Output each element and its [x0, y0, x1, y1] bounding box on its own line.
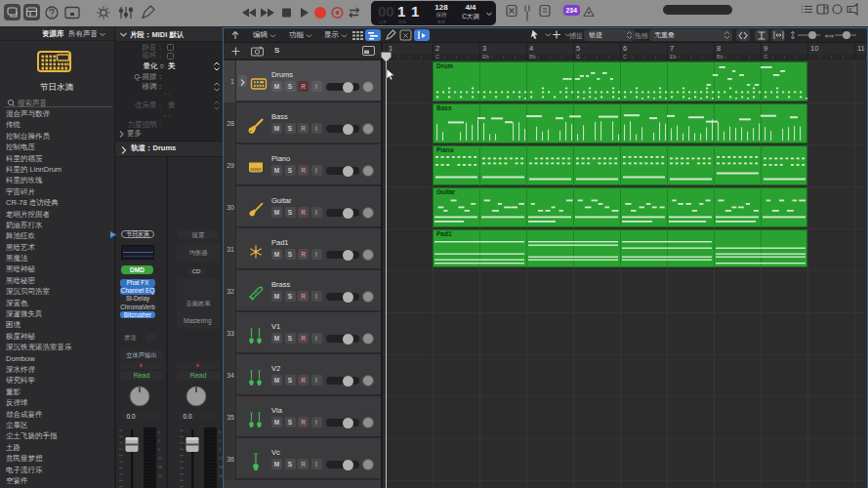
svg-text:24: 24 — [158, 474, 162, 478]
svg-text:6: 6 — [158, 448, 160, 452]
svg-text:18: 18 — [158, 466, 162, 469]
svg-text:0: 0 — [219, 439, 221, 443]
svg-text:6: 6 — [219, 448, 221, 452]
svg-text:6: 6 — [158, 430, 160, 434]
svg-text:6: 6 — [219, 430, 221, 434]
svg-text:0: 0 — [158, 439, 160, 443]
svg-text:12: 12 — [158, 457, 162, 461]
